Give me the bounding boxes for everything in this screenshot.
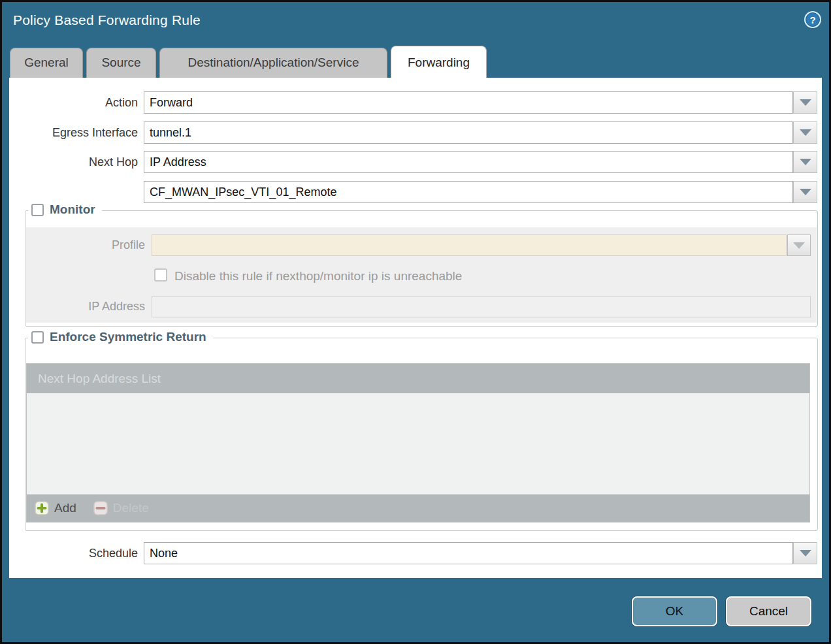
next-hop-address-list-header: Next Hop Address List: [27, 364, 809, 393]
profile-label: Profile: [9, 234, 145, 256]
policy-based-forwarding-dialog: Policy Based Forwarding Rule ? General S…: [0, 0, 831, 644]
chevron-down-icon: [800, 159, 811, 165]
egress-interface-label: Egress Interface: [9, 121, 138, 144]
enforce-symmetric-return-title: Enforce Symmetric Return: [50, 330, 206, 344]
chevron-down-icon: [800, 129, 811, 136]
egress-interface-field[interactable]: tunnel.1: [144, 121, 793, 144]
next-hop-label: Next Hop: [9, 151, 138, 173]
monitor-ip-address-label: IP Address: [9, 296, 145, 317]
chevron-down-icon: [793, 242, 805, 249]
monitor-ip-address-field: [152, 296, 811, 317]
ok-button[interactable]: OK: [632, 596, 717, 626]
next-hop-address-list-table: Next Hop Address List Add Delete: [26, 363, 810, 523]
profile-dropdown-button: [787, 234, 811, 256]
minus-icon: [93, 501, 108, 515]
monitor-section-title: Monitor: [50, 202, 95, 217]
tab-general[interactable]: General: [10, 48, 83, 78]
next-hop-type-dropdown-button[interactable]: [793, 151, 817, 173]
plus-icon: [35, 501, 49, 515]
schedule-dropdown-button[interactable]: [793, 542, 817, 564]
next-hop-type-field[interactable]: IP Address: [144, 151, 793, 173]
action-dropdown-button[interactable]: [793, 91, 817, 114]
svg-text:?: ?: [809, 14, 815, 25]
add-button[interactable]: Add: [35, 501, 76, 515]
action-field[interactable]: Forward: [144, 91, 793, 114]
add-button-label: Add: [54, 501, 76, 515]
delete-button-label: Delete: [113, 501, 149, 515]
disable-rule-checkbox: [154, 268, 167, 282]
help-icon: ?: [804, 10, 822, 29]
next-hop-address-list-toolbar: Add Delete: [27, 494, 809, 522]
tab-bar: General Source Destination/Application/S…: [9, 46, 822, 78]
schedule-label: Schedule: [9, 542, 138, 564]
next-hop-address-dropdown-button[interactable]: [793, 181, 817, 203]
chevron-down-icon: [800, 189, 811, 195]
cancel-button[interactable]: Cancel: [726, 596, 811, 626]
chevron-down-icon: [800, 99, 811, 106]
enforce-symmetric-return-legend: Enforce Symmetric Return: [28, 330, 213, 344]
tab-destination-application-service[interactable]: Destination/Application/Service: [159, 48, 387, 78]
tab-source[interactable]: Source: [86, 48, 156, 78]
schedule-field[interactable]: None: [144, 542, 793, 564]
delete-button: Delete: [93, 501, 149, 515]
disable-rule-label: Disable this rule if nexthop/monitor ip …: [174, 269, 462, 283]
profile-field: [152, 234, 787, 256]
tab-forwarding[interactable]: Forwarding: [391, 46, 487, 78]
egress-interface-dropdown-button[interactable]: [793, 121, 817, 144]
monitor-legend: Monitor: [28, 202, 102, 217]
forwarding-tab-panel: Action Forward Egress Interface tunnel.1…: [9, 78, 822, 578]
enforce-symmetric-return-checkbox[interactable]: [31, 331, 44, 344]
dialog-title: Policy Based Forwarding Rule: [13, 12, 201, 28]
monitor-checkbox[interactable]: [31, 204, 44, 216]
action-label: Action: [9, 91, 138, 114]
chevron-down-icon: [800, 550, 811, 556]
next-hop-address-field[interactable]: CF_MWAN_IPsec_VTI_01_Remote: [144, 181, 793, 203]
help-button[interactable]: ?: [804, 10, 822, 29]
next-hop-address-list-body[interactable]: [27, 393, 809, 494]
